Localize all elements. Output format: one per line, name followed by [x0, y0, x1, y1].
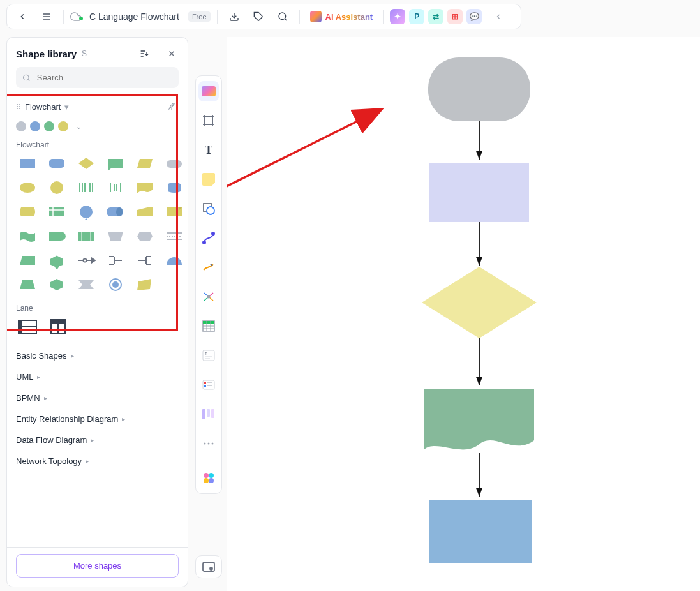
flowchart-shape[interactable] [104, 203, 127, 221]
shape-category-item[interactable]: Network Topology▸ [16, 456, 179, 466]
color-swatch[interactable] [58, 121, 68, 131]
color-swatch[interactable] [30, 121, 40, 131]
close-panel-button[interactable] [165, 47, 179, 61]
search-input[interactable] [36, 72, 172, 83]
mini-app-tile[interactable]: ⇄ [428, 9, 443, 24]
canvas-terminator-shape[interactable] [428, 57, 530, 124]
canvas-process-shape-1[interactable] [429, 163, 529, 225]
shape-category-item[interactable]: Data Flow Diagram▸ [16, 435, 179, 445]
flowchart-shape[interactable] [104, 154, 127, 172]
svg-rect-80 [205, 117, 212, 124]
flowchart-shape[interactable] [16, 276, 39, 294]
templates-tool[interactable] [198, 81, 219, 101]
chevron-down-icon[interactable]: ⌄ [76, 123, 82, 131]
canvas[interactable] [227, 37, 700, 591]
card-tool[interactable]: T [198, 345, 219, 366]
flowchart-shape[interactable] [75, 154, 98, 172]
flowchart-shape[interactable] [104, 227, 127, 245]
lane-vertical-shape[interactable] [47, 318, 70, 336]
canvas-process-shape-2[interactable] [429, 500, 532, 565]
sort-button[interactable] [137, 47, 151, 61]
flowchart-shape[interactable] [163, 179, 186, 197]
menu-button[interactable] [36, 6, 57, 27]
mindmap-tool[interactable] [198, 287, 219, 307]
more-tools[interactable] [198, 433, 219, 454]
tag-button[interactable] [248, 6, 269, 27]
table-tool[interactable] [198, 316, 219, 336]
kanban-tool[interactable] [198, 404, 219, 424]
more-shapes-button[interactable]: More shapes [16, 554, 179, 578]
unpin-button[interactable] [165, 100, 179, 114]
back-button[interactable] [12, 6, 33, 27]
flowchart-shape[interactable] [133, 203, 156, 221]
flowchart-shape[interactable] [45, 227, 68, 245]
lane-horizontal-shape[interactable] [16, 318, 39, 336]
svg-rect-38 [168, 184, 181, 191]
text-tool[interactable]: T [198, 140, 219, 160]
svg-rect-95 [203, 321, 214, 324]
flowchart-shape[interactable] [133, 154, 156, 172]
mini-app-tile[interactable]: ⊞ [447, 9, 463, 24]
canvas-decision-shape[interactable] [422, 267, 537, 341]
canvas-document-shape[interactable] [424, 389, 534, 458]
list-tool[interactable] [198, 375, 219, 395]
flowchart-shape[interactable] [163, 203, 186, 221]
pen-icon [202, 261, 215, 274]
flowchart-shape[interactable] [45, 179, 68, 197]
minimap-toggle[interactable] [195, 555, 222, 578]
mini-app-tile[interactable]: P [409, 9, 424, 24]
shape-category-item[interactable]: BPMN▸ [16, 393, 179, 403]
mini-app-tile[interactable]: 💬 [466, 9, 482, 24]
pen-tool[interactable] [198, 257, 219, 278]
flowchart-shape[interactable] [75, 179, 98, 197]
flowchart-shape[interactable] [16, 154, 39, 172]
flowchart-shape[interactable] [133, 179, 156, 197]
svg-rect-110 [207, 409, 210, 417]
chevron-right-icon: ▸ [44, 394, 47, 401]
shape-category-item[interactable]: Basic Shapes▸ [16, 351, 179, 361]
flowchart-shape[interactable] [45, 251, 68, 269]
flowchart-shape[interactable] [104, 179, 127, 197]
flowchart-shape[interactable] [75, 203, 98, 221]
shape-category-item[interactable]: UML▸ [16, 372, 179, 382]
download-button[interactable] [224, 6, 244, 27]
flowchart-shape[interactable] [16, 203, 39, 221]
flowchart-shape[interactable] [45, 203, 68, 221]
frame-tool[interactable] [198, 110, 219, 131]
color-swatch[interactable] [16, 121, 26, 131]
connector-tool[interactable] [198, 228, 219, 248]
ai-assistant-button[interactable]: AI Assistant [306, 11, 377, 22]
flowchart-category-header[interactable]: Flowchart ▾ [16, 94, 179, 119]
flowchart-shape[interactable] [45, 276, 68, 294]
apps-tool[interactable] [198, 468, 219, 488]
svg-point-5 [279, 13, 286, 20]
flowchart-shape[interactable] [75, 251, 98, 269]
mini-app-tile[interactable]: ✦ [390, 9, 405, 24]
shape-category-item[interactable]: Entity Relationship Diagram▸ [16, 414, 179, 424]
flowchart-shape[interactable] [16, 179, 39, 197]
search-button[interactable] [272, 6, 293, 27]
collapse-right-button[interactable] [488, 6, 509, 27]
shape-tool[interactable] [198, 198, 219, 219]
flowchart-shape[interactable] [16, 227, 39, 245]
flowchart-shape[interactable] [75, 276, 98, 294]
list-icon [202, 380, 215, 390]
search-field[interactable] [16, 67, 179, 88]
svg-rect-22 [49, 159, 64, 168]
sticky-note-tool[interactable] [198, 169, 219, 190]
color-swatch[interactable] [44, 121, 54, 131]
flowchart-shape[interactable] [133, 227, 156, 245]
flowchart-shape[interactable] [133, 251, 156, 269]
flowchart-shape[interactable] [75, 227, 98, 245]
flowchart-shape[interactable] [163, 154, 186, 172]
svg-point-93 [207, 296, 211, 299]
flowchart-shape[interactable] [104, 276, 127, 294]
document-title[interactable]: C Language Flowchart [87, 11, 182, 22]
flowchart-shape[interactable] [104, 251, 127, 269]
flowchart-shape[interactable] [163, 251, 186, 269]
frame-icon [202, 114, 215, 127]
flowchart-shape[interactable] [16, 251, 39, 269]
flowchart-shape[interactable] [163, 227, 186, 245]
flowchart-shape[interactable] [133, 276, 156, 294]
flowchart-shape[interactable] [45, 154, 68, 172]
